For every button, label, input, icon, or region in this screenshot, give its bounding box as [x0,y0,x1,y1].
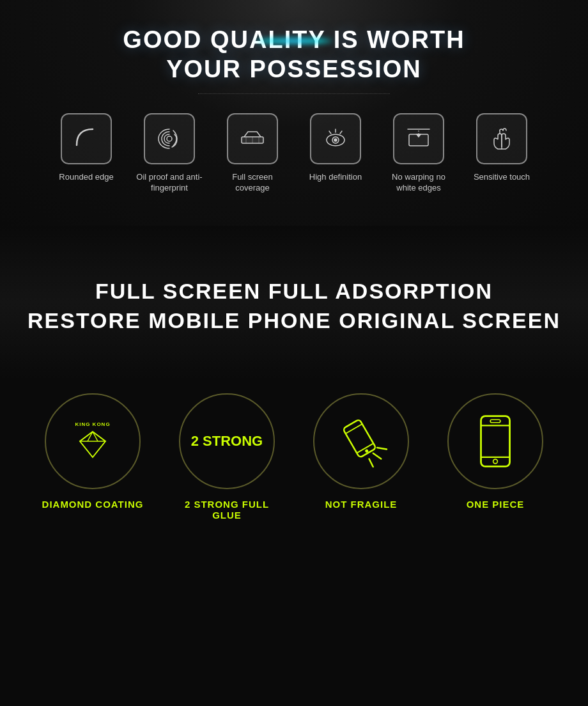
bottom-one-piece: ONE PIECE [438,393,553,510]
bottom-diamond-coating: KING KONG DIAMOND COATING [35,393,150,510]
bottom-not-fragile: NOT FRAGILE [304,393,419,510]
svg-line-26 [377,448,387,450]
one-piece-circle [447,393,543,489]
not-fragile-circle [313,393,409,489]
diamond-coating-label: DIAMOND COATING [42,499,144,510]
svg-line-9 [340,131,342,134]
svg-marker-16 [80,432,105,457]
high-def-label: High definition [309,172,362,183]
rounded-edge-label: Rounded edge [59,172,113,183]
diamond-icon [74,428,112,460]
2strong-label: 2 STRONG FULL GLUE [169,499,284,521]
kingkong-text: KING KONG [75,421,110,427]
feature-screen-coverage: Full screen coverage [211,113,294,194]
no-warp-label: No warping no white edges [383,172,454,194]
divider [198,93,390,94]
2strong-text: 2 STRONG [191,433,263,450]
features-row: Rounded edge Oil proof and anti-fingerpr… [13,113,575,194]
mid-line1: FULL SCREEN FULL ADSORPTION [13,277,575,306]
phone-drop-icon [329,409,393,473]
kingkong-wrapper: KING KONG [74,421,112,460]
feature-no-warp: No warping no white edges [377,113,460,194]
middle-title: FULL SCREEN FULL ADSORPTION RESTORE MOBI… [13,277,575,336]
fingerprint-label: Oil proof and anti-fingerprint [134,172,205,194]
diamond-circle: KING KONG [45,393,141,489]
rounded-edge-icon [70,123,102,155]
rounded-edge-icon-box [61,113,112,164]
not-fragile-label: NOT FRAGILE [325,499,398,510]
no-warp-icon [403,123,435,155]
feature-high-def: High definition [294,113,377,183]
bottom-2strong: 2 STRONG 2 STRONG FULL GLUE [169,393,284,521]
eye-icon [320,123,352,155]
svg-line-25 [369,459,373,467]
svg-line-10 [329,131,331,134]
fingerprint-icon-box [144,113,195,164]
feature-fingerprint: Oil proof and anti-fingerprint [128,113,211,194]
screen-coverage-icon [236,123,268,155]
mid-line2: RESTORE MOBILE PHONE ORIGINAL SCREEN [13,306,575,336]
bottom-section: KING KONG DIAMOND COATING 2 STRONG [0,380,588,565]
screen-coverage-icon-box [227,113,278,164]
feature-rounded-edge: Rounded edge [45,113,128,183]
middle-section: FULL SCREEN FULL ADSORPTION RESTORE MOBI… [0,226,588,380]
svg-point-0 [167,136,172,141]
sensitive-touch-label: Sensitive touch [474,172,530,183]
high-def-icon-box [310,113,361,164]
2strong-circle: 2 STRONG [179,393,275,489]
fingerprint-icon [153,123,185,155]
feature-sensitive-touch: Sensitive touch [460,113,543,183]
main-title: GOOD QUALITY IS WORTH YOUR POSSESSION [13,26,575,84]
bottom-icons-row: KING KONG DIAMOND COATING 2 STRONG [13,393,575,521]
svg-point-7 [334,139,337,141]
svg-line-24 [373,453,382,459]
phone-icon [473,412,518,470]
screen-coverage-label: Full screen coverage [217,172,288,194]
no-warp-icon-box [393,113,444,164]
sensitive-touch-icon-box [476,113,527,164]
top-section: GOOD QUALITY IS WORTH YOUR POSSESSION Ro… [0,0,588,226]
svg-rect-31 [490,420,500,423]
svg-point-30 [493,459,498,464]
hand-icon [486,123,518,155]
one-piece-label: ONE PIECE [467,499,525,510]
